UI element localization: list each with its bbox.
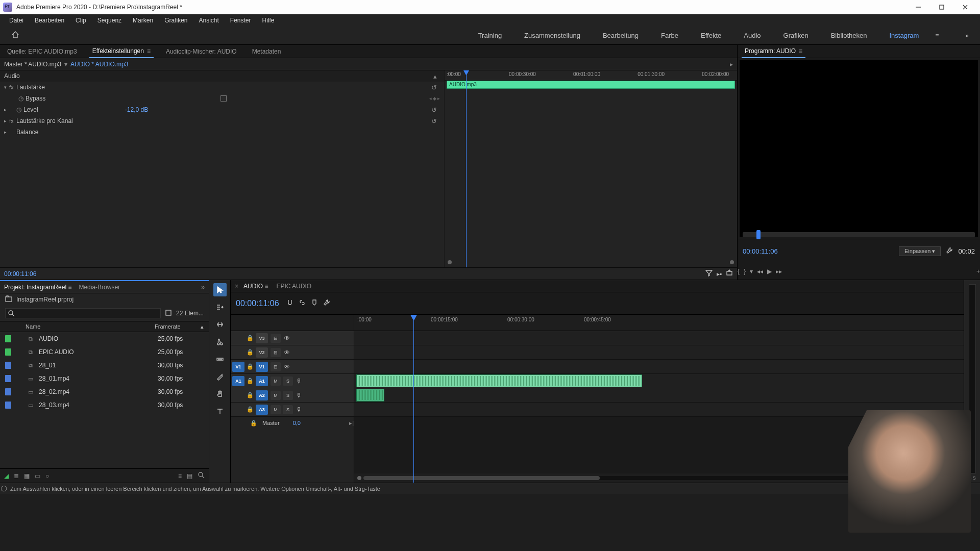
sync-lock-icon[interactable]: ⊟ [271,362,281,371]
reset-icon[interactable]: ↺ [431,117,440,125]
panel-menu-icon[interactable]: ≡ [147,48,151,54]
mute-button[interactable]: M [271,377,281,386]
workspace-zusammen[interactable]: Zusammenstellung [513,28,592,43]
scroll-thumb[interactable] [363,476,600,480]
column-name[interactable]: Name [5,323,155,330]
snap-icon[interactable] [286,299,293,308]
reset-icon[interactable]: ↺ [431,106,440,114]
workspace-grafiken[interactable]: Grafiken [772,28,820,43]
panel-menu-icon[interactable]: ≡ [68,284,71,290]
program-viewport[interactable] [740,60,978,237]
sort-menu-icon[interactable]: ≡ [178,472,182,480]
timeline-playhead[interactable] [413,315,414,483]
mute-button[interactable]: M [271,405,281,414]
group-lautstaerke[interactable]: ▾fx Lautstärke ↺ [0,82,444,93]
source-patch[interactable]: V1 [232,362,244,372]
find-icon[interactable] [198,471,205,480]
wrench-icon[interactable] [946,247,953,256]
prop-bypass[interactable]: ◷ Bypass ◂◆▸ [0,93,444,104]
track-v1-lane[interactable] [354,360,964,374]
program-scrubber[interactable] [743,232,975,237]
workspace-bearbeitung[interactable]: Bearbeitung [592,28,650,43]
voiceover-icon[interactable]: 🎙 [294,392,304,399]
master-track[interactable]: 🔒 Master 0,0 ▸| [231,417,354,429]
lock-icon[interactable]: 🔒 [246,349,254,356]
track-v2-lane[interactable] [354,345,964,360]
workspace-effekte[interactable]: Effekte [690,28,732,43]
lock-icon[interactable]: 🔒 [246,392,254,398]
project-item[interactable]: ▭ 28_02.mp4 30,00 fps [0,385,209,398]
track-a1-lane[interactable] [354,374,964,388]
add-marker-icon[interactable]: ▾ [750,268,753,275]
source-patch[interactable] [232,390,244,400]
zoom-slider[interactable]: ○ [45,472,49,480]
toggle-output-icon[interactable]: 👁 [282,363,292,370]
lock-icon[interactable]: 🔒 [246,406,254,413]
video-track-header[interactable]: 🔒 V2 ⊟ 👁 [231,345,354,360]
source-patch[interactable] [232,347,244,358]
lock-icon[interactable]: 🔒 [250,420,257,427]
source-patch[interactable] [232,333,244,343]
solo-button[interactable]: S [283,405,293,414]
effect-timecode[interactable]: 00:00:11:06 [4,270,36,278]
panel-menu-icon[interactable]: ≡ [264,283,268,289]
project-item[interactable]: ▭ 28_03.mp4 30,00 fps [0,398,209,412]
audio-track-header[interactable]: 🔒 A3 M S 🎙 [231,403,354,417]
voiceover-icon[interactable]: 🎙 [294,378,304,385]
new-item-icon[interactable] [165,309,172,318]
tab-audioclipmischer[interactable]: Audioclip-Mischer: AUDIO [163,45,240,58]
play-icon[interactable]: ▶ [767,268,772,275]
timeline-ruler[interactable]: :00:00 00:00:15:00 00:00:30:00 00:00:45:… [354,315,964,331]
panel-overflow-icon[interactable]: » [201,284,205,291]
timeline-settings-icon[interactable] [323,299,330,308]
group-balance[interactable]: ▸ Balance [0,127,444,138]
effect-mini-timeline[interactable]: :00:00 00:00:30:00 00:01:00:00 00:01:30:… [444,70,737,267]
menu-marken[interactable]: Marken [128,15,158,26]
workspace-menu-icon[interactable]: ≡ [930,29,944,42]
minimize-button[interactable] [906,0,930,14]
sort-icon[interactable]: ▴ [201,323,204,330]
voiceover-icon[interactable]: 🎙 [294,406,304,413]
play-only-icon[interactable]: ▸▪ [717,270,722,278]
tag-icon[interactable]: ◢ [4,472,9,480]
tab-quelle[interactable]: Quelle: EPIC AUDIO.mp3 [4,45,80,58]
slip-tool-icon[interactable] [213,353,227,366]
source-patch[interactable] [232,405,244,415]
menu-datei[interactable]: Datei [4,15,29,26]
freeform-view-icon[interactable]: ▭ [35,472,40,480]
group-lautstaerke-kanal[interactable]: ▸fx Lautstärke pro Kanal ↺ [0,115,444,127]
menu-bearbeiten[interactable]: Bearbeiten [30,15,69,26]
add-keyframe-icon[interactable]: ◆ [433,96,436,101]
type-tool-icon[interactable] [213,405,227,418]
menu-ansicht[interactable]: Ansicht [193,15,224,26]
button-editor-icon[interactable]: + [976,268,980,275]
workspace-audio[interactable]: Audio [732,28,772,43]
menu-clip[interactable]: Clip [70,15,91,26]
automate-icon[interactable]: ▤ [187,472,192,480]
solo-button[interactable]: S [283,377,293,386]
tab-mediabrowser[interactable]: Media-Browser [79,284,120,291]
project-item[interactable]: ⧉ AUDIO 25,00 fps [0,332,209,345]
stopwatch-icon[interactable]: ◷ [16,106,23,113]
prop-level[interactable]: ▸ ◷ Level -12,0 dB ↺ [0,104,444,115]
toggle-output-icon[interactable]: 👁 [282,335,292,342]
ripple-edit-tool-icon[interactable] [213,318,227,331]
sequence-tab-audio[interactable]: AUDIO ≡ [243,283,268,290]
mini-timeline-play-icon[interactable]: ▸ [730,61,733,68]
audio-track-header[interactable]: 🔒 A2 M S 🎙 [231,388,354,403]
hand-tool-icon[interactable] [213,387,227,400]
export-frame-icon[interactable] [726,269,733,278]
zoom-handle-left[interactable] [448,260,452,264]
reset-icon[interactable]: ↺ [431,84,440,91]
goto-end-icon[interactable]: ▸| [349,420,354,427]
video-track-header[interactable]: 🔒 V3 ⊟ 👁 [231,331,354,345]
project-item[interactable]: ⧉ 28_01 30,00 fps [0,359,209,372]
razor-tool-icon[interactable] [213,335,227,348]
selection-tool-icon[interactable] [213,283,227,296]
step-back-icon[interactable]: ◂◂ [757,268,763,275]
video-track-header[interactable]: V1 🔒 V1 ⊟ 👁 [231,360,354,374]
audio-track-header[interactable]: A1 🔒 A1 M S 🎙 [231,374,354,388]
track-target[interactable]: A1 [256,376,268,386]
zoom-handle-right[interactable] [730,260,734,264]
zoom-handle-left[interactable] [357,476,361,480]
